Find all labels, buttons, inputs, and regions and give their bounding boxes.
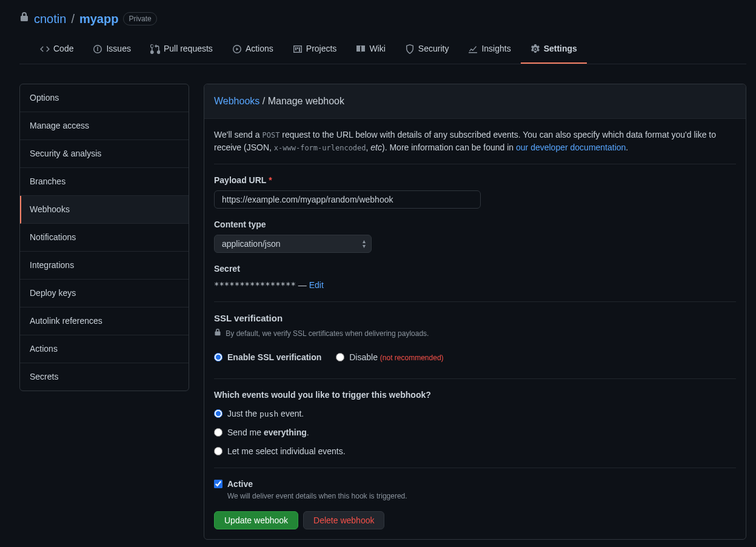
ssl-disable-radio[interactable]	[336, 353, 344, 361]
sidebar-item-actions[interactable]: Actions	[20, 335, 189, 363]
shield-icon	[405, 44, 415, 54]
active-checkbox[interactable]	[214, 480, 222, 488]
delete-webhook-button[interactable]: Delete webhook	[303, 511, 384, 529]
tab-label: Insights	[481, 42, 510, 55]
active-hint: We will deliver event details when this …	[227, 491, 407, 502]
sidebar-item-secrets[interactable]: Secrets	[20, 363, 189, 391]
breadcrumb: Webhooks / Manage webhook	[204, 84, 746, 119]
secret-label: Secret	[214, 263, 736, 275]
breadcrumb-root[interactable]: Webhooks	[214, 96, 259, 106]
content-type-label: Content type	[214, 218, 736, 231]
sidebar-item-manage-access[interactable]: Manage access	[20, 112, 189, 140]
events-heading: Which events would you like to trigger t…	[214, 389, 736, 401]
play-icon	[232, 44, 242, 54]
event-select-radio[interactable]	[214, 447, 222, 455]
active-label: Active	[227, 478, 407, 491]
sidebar-item-autolink[interactable]: Autolink references	[20, 307, 189, 335]
repo-tabs: Code Issues Pull requests Actions Projec…	[19, 38, 746, 64]
sidebar-item-webhooks[interactable]: Webhooks	[20, 196, 189, 224]
ssl-hint: By default, we verify SSL certificates w…	[214, 328, 736, 339]
payload-url-label: Payload URL*	[214, 174, 736, 187]
tab-code[interactable]: Code	[30, 38, 83, 64]
sidebar-item-deploy-keys[interactable]: Deploy keys	[20, 280, 189, 307]
tab-label: Security	[418, 42, 449, 55]
repo-name-link[interactable]: myapp	[79, 10, 118, 28]
tab-projects[interactable]: Projects	[283, 38, 347, 64]
event-push-radio[interactable]	[214, 409, 222, 418]
sidebar-item-options[interactable]: Options	[20, 84, 189, 112]
sidebar-item-branches[interactable]: Branches	[20, 168, 189, 196]
event-push-label: Just the push event.	[227, 408, 304, 420]
lock-icon	[214, 329, 223, 338]
dev-docs-link[interactable]: our developer documentation	[516, 143, 626, 152]
project-icon	[293, 44, 303, 54]
tab-label: Issues	[106, 42, 130, 55]
tab-label: Projects	[306, 42, 337, 55]
tab-pulls[interactable]: Pull requests	[141, 38, 222, 64]
tab-label: Pull requests	[164, 42, 213, 55]
ssl-disable-label: Disable (not recommended)	[349, 351, 443, 364]
content-type-select[interactable]: application/json	[214, 235, 372, 253]
code-icon	[40, 44, 50, 54]
sidebar-item-integrations[interactable]: Integrations	[20, 252, 189, 280]
repo-header: cnotin / myapp Private	[19, 10, 746, 38]
tab-issues[interactable]: Issues	[83, 38, 140, 64]
tab-label: Code	[53, 42, 73, 55]
breadcrumb-sep: /	[259, 96, 267, 106]
breadcrumb-current: Manage webhook	[268, 96, 344, 106]
event-select-label: Let me select individual events.	[227, 445, 346, 458]
payload-url-input[interactable]	[214, 190, 481, 209]
sidebar-item-notifications[interactable]: Notifications	[20, 224, 189, 252]
tab-wiki[interactable]: Wiki	[346, 38, 395, 64]
tab-actions[interactable]: Actions	[222, 38, 283, 64]
tab-insights[interactable]: Insights	[458, 38, 520, 64]
ssl-enable-radio[interactable]	[214, 353, 222, 361]
pull-icon	[150, 44, 160, 54]
description: We'll send a POST request to the URL bel…	[214, 129, 736, 154]
visibility-badge: Private	[123, 12, 156, 25]
required-star: *	[269, 175, 272, 185]
secret-edit-link[interactable]: Edit	[309, 280, 324, 290]
secret-mask: ****************	[214, 280, 296, 290]
issue-icon	[93, 44, 102, 54]
tab-label: Settings	[544, 42, 577, 55]
update-webhook-button[interactable]: Update webhook	[214, 511, 298, 529]
tab-security[interactable]: Security	[395, 38, 459, 64]
tab-settings[interactable]: Settings	[521, 38, 587, 64]
repo-owner-link[interactable]: cnotin	[34, 10, 66, 28]
sidebar-item-security-analysis[interactable]: Security & analysis	[20, 140, 189, 168]
lock-icon	[19, 12, 29, 25]
repo-slash: /	[71, 10, 75, 28]
ssl-title: SSL verification	[214, 312, 736, 326]
webhook-panel: Webhooks / Manage webhook We'll send a P…	[204, 84, 746, 540]
graph-icon	[468, 44, 478, 54]
gear-icon	[530, 44, 540, 54]
event-all-label: Send me everything.	[227, 426, 309, 439]
secret-dash: —	[296, 280, 309, 290]
book-icon	[356, 44, 366, 54]
event-all-radio[interactable]	[214, 428, 222, 437]
settings-sidebar: Options Manage access Security & analysi…	[19, 84, 189, 547]
ssl-enable-label: Enable SSL verification	[227, 351, 321, 364]
tab-label: Wiki	[369, 42, 385, 55]
tab-label: Actions	[246, 42, 273, 55]
